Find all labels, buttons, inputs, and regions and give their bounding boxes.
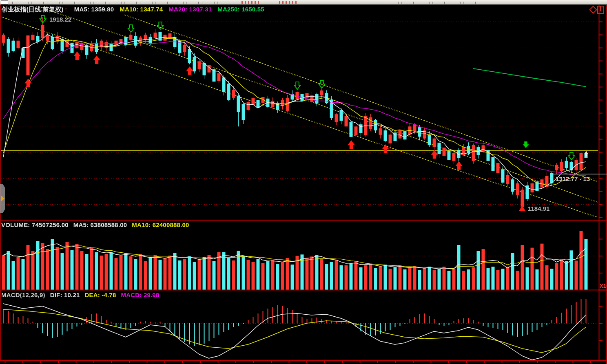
volume-unit-label: X10000 xyxy=(600,283,607,289)
price-panel-header: 创业板指(日线.前复权) ↑ MA5: 1359.80 MA10: 1347.7… xyxy=(2,6,264,13)
flyout-expand-arrow-icon xyxy=(1,195,4,202)
macd-indicator-title: MACD(12,26,9) xyxy=(1,291,45,298)
period-low-label: 1184.91 xyxy=(528,205,549,212)
chart-canvas[interactable] xyxy=(0,0,607,364)
macd-panel-header: MACD(12,26,9) DIF: 10.21 DEA: -4.78 MACD… xyxy=(1,291,159,298)
range-tooltip: 1312.77 - 13 xyxy=(553,174,607,184)
ma250-value: MA250: 1650.55 xyxy=(217,6,264,13)
ma10-value: MA10: 1347.74 xyxy=(120,6,163,13)
trend-up-arrow-icon: ↑ xyxy=(64,6,68,13)
ma20-value: MA20: 1307.31 xyxy=(168,6,212,13)
volume-ma10-value: MA10: 62400888.00 xyxy=(132,221,189,228)
trading-app-window: 创业板指(日线.前复权) ↑ MA5: 1359.80 MA10: 1347.7… xyxy=(0,0,607,364)
sidebar-flyout-handle[interactable] xyxy=(0,184,5,213)
dif-value: DIF: 10.21 xyxy=(50,291,80,298)
restore-window-icon[interactable] xyxy=(597,6,604,14)
period-high-label: 1918.22 xyxy=(49,16,71,23)
volume-ma5-value: MA5: 63808588.00 xyxy=(73,221,127,228)
macd-value: MACD: 29.98 xyxy=(121,291,160,298)
dea-value: DEA: -4.78 xyxy=(85,291,116,298)
volume-value: VOLUME: 74507256.00 xyxy=(1,221,69,228)
restore-window-icon-bar xyxy=(600,7,601,11)
symbol-title: 创业板指(日线.前复权) xyxy=(2,6,64,13)
volume-panel-header: VOLUME: 74507256.00 MA5: 63808588.00 MA1… xyxy=(1,221,189,228)
ma5-value: MA5: 1359.80 xyxy=(74,6,114,13)
